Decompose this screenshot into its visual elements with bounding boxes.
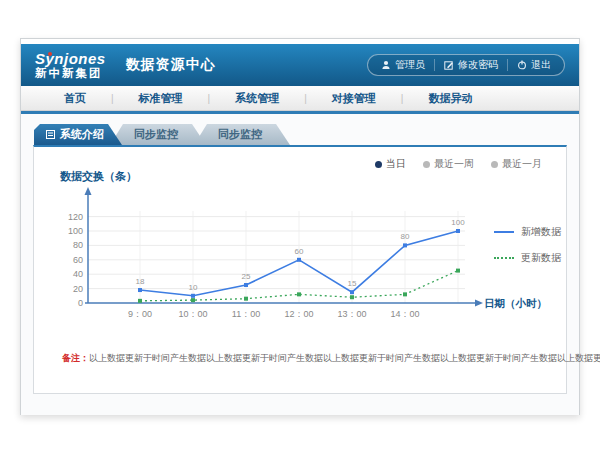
data-point (456, 229, 460, 233)
user-icon (381, 60, 391, 70)
x-axis-arrow (475, 300, 483, 307)
tab-sync-monitor-2[interactable]: 同步监控 (194, 124, 290, 145)
logo-subtitle: 新中新集团 (35, 67, 106, 79)
x-tick-label: 9：00 (128, 309, 152, 319)
data-point (403, 292, 407, 296)
change-password-label: 修改密码 (458, 58, 498, 72)
top-header-bar: Synjones 新中新集团 数据资源中心 管理员 修改密码 (21, 44, 579, 86)
radio-dot-icon (375, 161, 382, 168)
x-tick-label: 11：00 (232, 309, 260, 319)
filter-label: 最近一月 (502, 157, 542, 171)
legend-item-updated-data: 更新数据 (494, 251, 561, 265)
data-point (350, 290, 354, 294)
tab-bar: 系统介绍 同步监控 同步监控 (34, 124, 567, 145)
nav-item-home[interactable]: 首页 (39, 91, 111, 106)
data-point (403, 243, 407, 247)
dotted-line-swatch-icon (494, 257, 514, 259)
tab-system-intro[interactable]: 系统介绍 (34, 124, 122, 145)
footnote: 备注：以上数据更新于时间产生数据以上数据更新于时间产生数据以上数据更新于时间产生… (62, 352, 600, 365)
y-axis-arrow (85, 187, 92, 195)
x-tick-label: 14：00 (390, 309, 419, 319)
x-axis-title: 日期（小时） (484, 297, 547, 311)
radio-dot-icon (491, 161, 498, 168)
line-chart: 0204060801001209：0010：0011：0012：0013：001… (50, 181, 502, 337)
tab-label: 系统介绍 (60, 124, 104, 145)
data-point (191, 294, 195, 298)
data-point (456, 269, 460, 273)
main-nav: 首页 | 标准管理 | 系统管理 | 对接管理 | 数据异动 (21, 86, 579, 111)
logout-button[interactable]: 退出 (508, 58, 560, 72)
tab-label: 同步监控 (218, 124, 262, 145)
y-tick-label: 80 (73, 240, 83, 250)
point-label: 18 (136, 277, 145, 286)
nav-item-data-changes[interactable]: 数据异动 (403, 91, 497, 106)
chart-legend: 新增数据 更新数据 (494, 225, 561, 265)
range-filter-group: 当日 最近一周 最近一月 (375, 157, 542, 171)
point-label: 10 (189, 283, 198, 292)
filter-last-month-radio[interactable]: 最近一月 (491, 157, 542, 171)
app-window: Synjones 新中新集团 数据资源中心 管理员 修改密码 (20, 38, 580, 415)
filter-last-week-radio[interactable]: 最近一周 (423, 157, 474, 171)
content-area: 系统介绍 同步监控 同步监控 当日 最近一周 (21, 114, 579, 415)
x-tick-label: 12：00 (284, 309, 313, 319)
y-tick-label: 20 (73, 284, 83, 294)
user-label: 管理员 (395, 58, 425, 72)
point-label: 80 (401, 232, 410, 241)
tab-label: 同步监控 (134, 124, 178, 145)
logo-title: Synjones (35, 51, 106, 67)
point-label: 60 (295, 247, 304, 256)
page-title: 数据资源中心 (126, 56, 216, 74)
logout-label: 退出 (531, 58, 551, 72)
solid-line-swatch-icon (494, 231, 514, 233)
nav-item-integration[interactable]: 对接管理 (307, 91, 401, 106)
legend-item-new-data: 新增数据 (494, 225, 561, 239)
footnote-text: 以上数据更新于时间产生数据以上数据更新于时间产生数据以上数据更新于时间产生数据以… (89, 353, 600, 363)
user-menu: 管理员 修改密码 退出 (367, 54, 565, 76)
x-tick-label: 10：00 (178, 309, 207, 319)
current-user-button[interactable]: 管理员 (372, 58, 434, 72)
list-icon (46, 130, 55, 139)
x-tick-label: 13：00 (337, 309, 366, 319)
nav-item-system[interactable]: 系统管理 (210, 91, 304, 106)
y-tick-label: 60 (73, 255, 83, 265)
nav-item-standards[interactable]: 标准管理 (114, 91, 208, 106)
power-icon (517, 60, 527, 70)
data-point (191, 298, 195, 302)
change-password-button[interactable]: 修改密码 (435, 58, 507, 72)
y-tick-label: 40 (73, 269, 83, 279)
data-point (297, 258, 301, 262)
data-point (297, 292, 301, 296)
y-tick-label: 100 (68, 226, 83, 236)
point-label: 15 (348, 279, 357, 288)
data-point (244, 297, 248, 301)
radio-dot-icon (423, 161, 430, 168)
filter-label: 最近一周 (434, 157, 474, 171)
data-point (138, 288, 142, 292)
company-logo: Synjones 新中新集团 (35, 51, 106, 79)
legend-label: 新增数据 (521, 225, 561, 239)
point-label: 25 (242, 272, 251, 281)
y-tick-label: 0 (78, 298, 83, 308)
filter-label: 当日 (386, 157, 406, 171)
point-label: 100 (451, 218, 465, 227)
chart-panel: 当日 最近一周 最近一月 数据交换（条） 0204060801001209：00… (33, 145, 567, 394)
legend-label: 更新数据 (521, 251, 561, 265)
footnote-label: 备注： (62, 353, 89, 363)
data-point (244, 283, 248, 287)
y-tick-label: 120 (68, 212, 83, 222)
data-point (138, 299, 142, 303)
tab-sync-monitor-1[interactable]: 同步监控 (110, 124, 206, 145)
data-point (350, 295, 354, 299)
filter-today-radio[interactable]: 当日 (375, 157, 406, 171)
edit-icon (444, 60, 454, 70)
